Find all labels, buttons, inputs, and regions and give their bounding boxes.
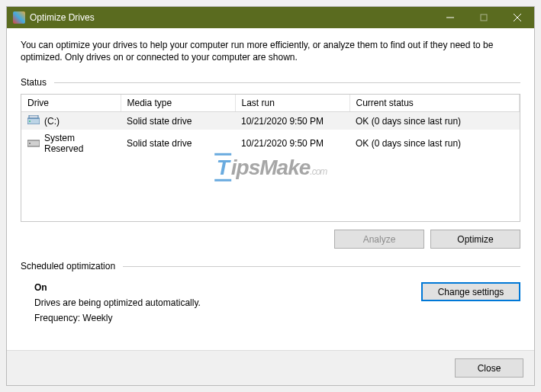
status-label: Status [21, 77, 47, 88]
scheduled-label: Scheduled optimization [21, 261, 115, 272]
app-icon [13, 11, 25, 24]
media-type-cell: Solid state drive [121, 130, 235, 157]
watermark: TipsMake.com [214, 156, 327, 180]
description-text: You can optimize your drives to help you… [21, 39, 520, 63]
table-row[interactable]: System ReservedSolid state drive10/21/20… [21, 130, 520, 157]
scheduled-detail: Drives are being optimized automatically… [34, 297, 201, 308]
maximize-button[interactable] [467, 7, 501, 28]
close-window-button[interactable] [501, 7, 534, 28]
titlebar[interactable]: Optimize Drives [7, 7, 534, 28]
col-current-status[interactable]: Current status [349, 95, 520, 112]
svg-rect-1 [481, 14, 487, 21]
table-header-row: Drive Media type Last run Current status [21, 95, 520, 112]
col-drive[interactable]: Drive [21, 95, 121, 112]
drive-icon [27, 138, 40, 149]
scheduled-frequency: Frequency: Weekly [34, 313, 201, 323]
media-type-cell: Solid state drive [121, 112, 235, 130]
analyze-button: Analyze [334, 230, 424, 249]
scheduled-block: On Drives are being optimized automatica… [21, 282, 520, 323]
svg-point-5 [29, 120, 31, 122]
drives-table[interactable]: Drive Media type Last run Current status… [21, 94, 520, 222]
minimize-button[interactable] [433, 7, 467, 28]
drive-name: (C:) [44, 116, 60, 127]
close-button[interactable]: Close [455, 358, 523, 378]
optimize-button[interactable]: Optimize [430, 230, 520, 249]
svg-rect-6 [29, 115, 38, 118]
scheduled-text: On Drives are being optimized automatica… [34, 282, 201, 323]
col-last-run[interactable]: Last run [235, 95, 349, 112]
action-buttons: Analyze Optimize [21, 222, 520, 261]
divider [54, 82, 520, 83]
optimize-drives-window: Optimize Drives You can optimize your dr… [6, 6, 535, 386]
table-row[interactable]: (C:)Solid state drive10/21/2020 9:50 PMO… [21, 112, 520, 130]
status-section-header: Status [21, 77, 520, 88]
current-status-cell: OK (0 days since last run) [349, 112, 520, 130]
content-area: You can optimize your drives to help you… [7, 28, 534, 350]
change-settings-button[interactable]: Change settings [421, 282, 520, 301]
col-media-type[interactable]: Media type [121, 95, 235, 112]
divider [123, 266, 520, 267]
window-title: Optimize Drives [30, 12, 433, 23]
bottom-bar: Close [7, 350, 534, 385]
last-run-cell: 10/21/2020 9:50 PM [235, 130, 349, 157]
scheduled-section-header: Scheduled optimization [21, 261, 520, 272]
drive-icon [27, 115, 40, 127]
current-status-cell: OK (0 days since last run) [349, 130, 520, 157]
last-run-cell: 10/21/2020 9:50 PM [235, 112, 349, 130]
scheduled-state: On [34, 282, 201, 293]
drive-name: System Reserved [44, 133, 114, 154]
svg-point-8 [29, 143, 31, 144]
window-controls [433, 7, 534, 28]
